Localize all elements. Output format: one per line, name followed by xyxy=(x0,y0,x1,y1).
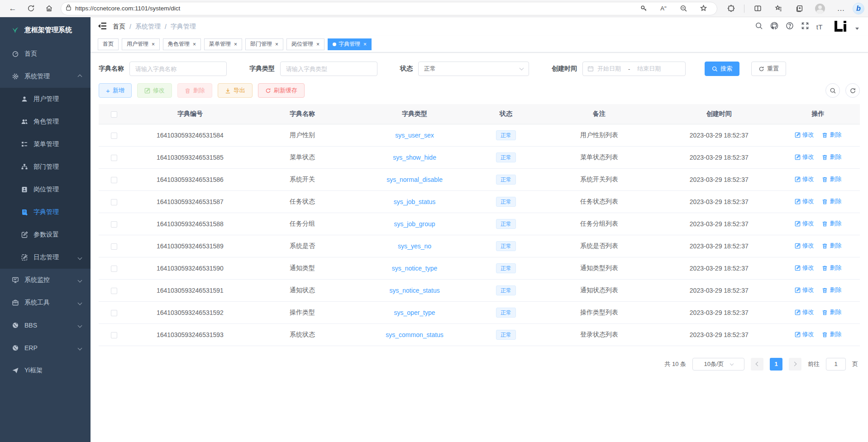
refresh-cache-button[interactable]: 刷新缓存 xyxy=(258,83,305,98)
sidebar-item-menu[interactable]: 菜单管理 xyxy=(0,133,91,156)
delete-row-link[interactable]: 删除 xyxy=(822,242,841,250)
sidebar-item-user[interactable]: 用户管理 xyxy=(0,88,91,110)
tab-dept[interactable]: 部门管理× xyxy=(245,38,283,50)
select-all-checkbox[interactable] xyxy=(111,111,117,118)
status-select[interactable]: 正常 xyxy=(418,62,529,76)
reset-button[interactable]: 重置 xyxy=(751,62,786,76)
breadcrumb-home[interactable]: 首页 xyxy=(113,23,125,31)
delete-row-link[interactable]: 删除 xyxy=(822,131,841,139)
prev-page-button[interactable] xyxy=(751,358,763,371)
font-size-icon[interactable]: tT xyxy=(816,23,823,31)
edit-row-link[interactable]: 修改 xyxy=(795,330,814,338)
dict-type-link[interactable]: sys_normal_disable xyxy=(386,176,443,183)
extensions-icon[interactable] xyxy=(722,2,740,15)
row-checkbox[interactable] xyxy=(111,155,117,161)
sidebar-item-bbs[interactable]: BBS xyxy=(0,314,91,337)
address-bar[interactable]: https://ccnetcore.com:1101/system/dict A… xyxy=(61,2,717,15)
edit-row-link[interactable]: 修改 xyxy=(795,219,814,228)
profile-avatar[interactable] xyxy=(811,2,829,15)
sidebar-item-system[interactable]: 系统管理 xyxy=(0,65,91,88)
url-text[interactable]: https://ccnetcore.com:1101/system/dict xyxy=(75,5,634,12)
edit-row-link[interactable]: 修改 xyxy=(795,308,814,316)
current-page[interactable]: 1 xyxy=(770,358,782,371)
read-aloud-icon[interactable]: Aʺ xyxy=(654,2,672,15)
tab-post[interactable]: 岗位管理× xyxy=(286,38,324,50)
dict-type-link[interactable]: sys_oper_type xyxy=(394,309,435,316)
tab-role[interactable]: 角色管理× xyxy=(163,38,201,50)
browser-reload-icon[interactable] xyxy=(22,2,40,15)
header-search-icon[interactable] xyxy=(755,22,763,32)
dict-type-link[interactable]: sys_job_status xyxy=(394,198,436,205)
row-checkbox[interactable] xyxy=(111,266,117,272)
sidebar-item-home[interactable]: 首页 xyxy=(0,43,91,65)
sidebar-item-yi[interactable]: Yi框架 xyxy=(0,359,91,382)
row-checkbox[interactable] xyxy=(111,243,117,250)
tab-user[interactable]: 用户管理× xyxy=(122,38,160,50)
edit-row-link[interactable]: 修改 xyxy=(795,286,814,294)
password-key-icon[interactable] xyxy=(634,2,653,15)
dict-type-link[interactable]: sys_notice_type xyxy=(392,265,437,272)
breadcrumb-system[interactable]: 系统管理 xyxy=(135,23,161,31)
delete-row-link[interactable]: 删除 xyxy=(822,330,841,338)
search-button[interactable]: 搜索 xyxy=(705,62,739,76)
sidebar-item-log[interactable]: 日志管理 xyxy=(0,246,91,269)
close-tab-icon[interactable]: × xyxy=(316,41,320,48)
dict-type-link[interactable]: sys_common_status xyxy=(386,331,444,338)
close-tab-icon[interactable]: × xyxy=(234,41,237,48)
row-checkbox[interactable] xyxy=(111,199,117,205)
close-tab-icon[interactable]: × xyxy=(193,41,196,48)
delete-row-link[interactable]: 删除 xyxy=(822,264,841,272)
add-favorite-icon[interactable] xyxy=(694,2,712,15)
collections-icon[interactable] xyxy=(790,2,808,15)
row-checkbox[interactable] xyxy=(111,288,117,294)
sidebar-item-monitor[interactable]: 系统监控 xyxy=(0,269,91,291)
date-range-picker[interactable]: 开始日期 - 结束日期 xyxy=(582,62,686,76)
delete-row-link[interactable]: 删除 xyxy=(822,219,841,228)
close-tab-icon[interactable]: × xyxy=(363,41,367,48)
github-icon[interactable] xyxy=(770,22,778,32)
caret-down-icon[interactable] xyxy=(855,28,859,30)
help-icon[interactable] xyxy=(786,22,794,32)
more-menu-icon[interactable]: … xyxy=(832,2,850,15)
tab-home[interactable]: 首页 xyxy=(98,38,119,50)
tab-dict-active[interactable]: 字典管理× xyxy=(328,38,372,50)
refresh-table-button[interactable] xyxy=(845,83,860,98)
edit-row-link[interactable]: 修改 xyxy=(795,175,814,183)
split-screen-icon[interactable] xyxy=(749,2,767,15)
dict-type-link[interactable]: sys_notice_status xyxy=(389,287,439,294)
dict-type-link[interactable]: sys_user_sex xyxy=(395,132,434,139)
edit-row-link[interactable]: 修改 xyxy=(795,197,814,205)
dict-type-link[interactable]: sys_show_hide xyxy=(393,154,436,161)
close-tab-icon[interactable]: × xyxy=(275,41,278,48)
export-button[interactable]: 导出 xyxy=(218,83,253,98)
dict-name-input[interactable] xyxy=(129,62,227,76)
edit-button[interactable]: 修改 xyxy=(137,83,172,98)
user-logo-avatar[interactable] xyxy=(834,21,847,33)
dict-type-link[interactable]: sys_job_group xyxy=(394,220,435,228)
edit-row-link[interactable]: 修改 xyxy=(795,264,814,272)
sidebar-item-post[interactable]: 岗位管理 xyxy=(0,178,91,201)
dict-type-input[interactable] xyxy=(280,62,377,76)
row-checkbox[interactable] xyxy=(111,221,117,228)
delete-row-link[interactable]: 删除 xyxy=(822,308,841,316)
browser-home-icon[interactable] xyxy=(40,2,58,15)
zoom-out-icon[interactable] xyxy=(674,2,692,15)
row-checkbox[interactable] xyxy=(111,133,117,139)
delete-row-link[interactable]: 删除 xyxy=(822,286,841,294)
sidebar-item-dict[interactable]: 字典管理 xyxy=(0,201,91,223)
close-tab-icon[interactable]: × xyxy=(152,41,155,48)
edit-row-link[interactable]: 修改 xyxy=(795,131,814,139)
edit-row-link[interactable]: 修改 xyxy=(795,153,814,161)
dict-type-link[interactable]: sys_yes_no xyxy=(398,242,431,250)
row-checkbox[interactable] xyxy=(111,310,117,316)
sidebar-item-role[interactable]: 角色管理 xyxy=(0,110,91,133)
browser-back-icon[interactable]: ← xyxy=(4,2,22,15)
delete-row-link[interactable]: 删除 xyxy=(822,197,841,205)
page-size-select[interactable]: 10条/页 xyxy=(692,358,744,371)
row-checkbox[interactable] xyxy=(111,332,117,338)
sidebar-item-tools[interactable]: 系统工具 xyxy=(0,291,91,314)
goto-page-input[interactable] xyxy=(826,358,846,371)
delete-button[interactable]: 删除 xyxy=(177,83,212,98)
toggle-search-button[interactable] xyxy=(825,83,840,98)
fullscreen-icon[interactable] xyxy=(801,22,809,32)
